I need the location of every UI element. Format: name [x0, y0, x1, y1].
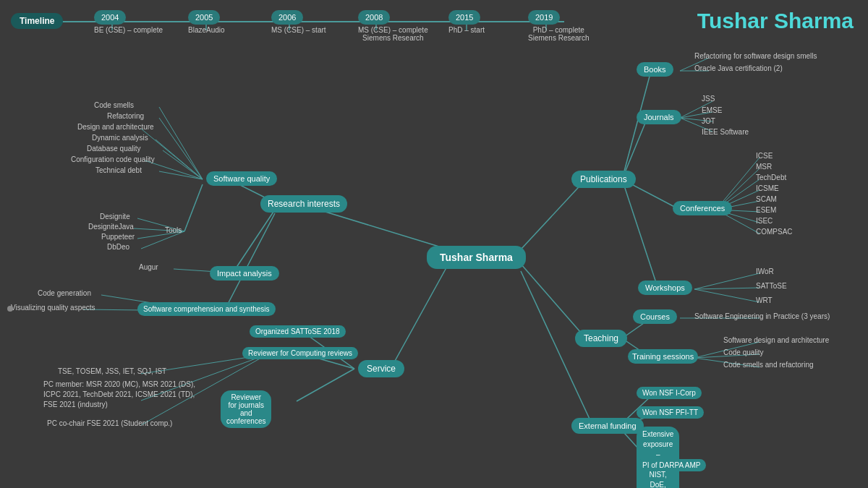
ws-iwor: IWoR — [756, 267, 774, 275]
journal-jot: JOT — [702, 117, 715, 125]
tool-dbdeo: DbDeo — [107, 243, 129, 251]
timeline-2008: 2008 MS (CSE) – complete Siemens Researc… — [358, 10, 428, 42]
svg-line-39 — [622, 179, 658, 289]
timeline-2006: 2006 MS (CSE) – start — [271, 10, 326, 34]
sq-code-smells: Code smells — [94, 101, 134, 109]
svg-line-7 — [318, 210, 448, 249]
sq-design: Design and architecture — [77, 123, 154, 131]
main-title: Tushar Sharma — [697, 9, 854, 33]
sq-dynamic: Dynamic analysis — [92, 134, 148, 142]
ws-wrt: WRT — [756, 296, 773, 304]
journal-ieee: IEEE Software — [702, 128, 749, 136]
svg-line-10 — [521, 264, 586, 338]
conf-icse: ICSE — [756, 152, 773, 160]
journal-jss: JSS — [702, 95, 715, 103]
ia-augur: Augur — [139, 263, 158, 271]
tool-designitejava: DesigniteJava — [88, 223, 134, 231]
train3: Code smells and refactoring — [723, 361, 814, 369]
svg-line-55 — [694, 288, 760, 289]
ws-satose: SATToSE — [756, 282, 787, 290]
conf-isec: ISEC — [756, 217, 773, 225]
svg-line-56 — [694, 289, 760, 302]
sq-db: Database quality — [87, 145, 141, 153]
sc-codegen: Code generation — [38, 289, 91, 297]
journal-emse: EMSE — [702, 106, 722, 114]
svg-line-22 — [184, 184, 203, 231]
svg-line-14 — [224, 213, 275, 311]
sc-visualizing: Visualizing quality aspects — [11, 304, 95, 312]
conf-compsac: COMPSAC — [756, 228, 793, 236]
svg-line-19 — [163, 150, 203, 179]
timeline-2019: 2019 PhD – complete Siemens Research — [528, 10, 589, 42]
svg-line-32 — [297, 369, 354, 401]
book1: Refactoring for software design smells — [694, 52, 817, 60]
sq-config: Configuration code quality — [71, 155, 155, 163]
timeline-2005: 2005 BlazeAudio — [188, 10, 225, 34]
svg-line-17 — [141, 129, 203, 179]
tool-designite: Designite — [100, 213, 130, 221]
train1: Software design and architecture — [723, 336, 829, 344]
svg-line-9 — [521, 179, 586, 249]
timeline-label: Timeline — [11, 13, 63, 29]
svg-line-16 — [159, 118, 203, 179]
service-text2: PC member: MSR 2020 (MC), MSR 2021 (DS),… — [43, 380, 203, 410]
conf-icsme: ICSME — [756, 184, 779, 192]
svg-line-11 — [521, 271, 593, 427]
conf-techdebt: TechDebt — [756, 174, 786, 181]
svg-line-15 — [159, 107, 203, 179]
svg-line-36 — [622, 71, 651, 179]
svg-line-8 — [391, 264, 448, 369]
svg-line-21 — [159, 171, 203, 179]
sq-refactoring: Refactoring — [107, 112, 144, 120]
book2: Oracle Java certification (2) — [694, 64, 783, 72]
conf-msr: MSR — [756, 163, 772, 171]
timeline-2004: 2004 BE (CSE) – complete — [94, 10, 163, 34]
course1: Software Engineering in Practice (3 year… — [694, 312, 830, 320]
conf-esem: ESEM — [756, 206, 776, 214]
sq-debt: Technical debt — [95, 166, 142, 174]
timeline-2015: 2015 PhD – start — [448, 10, 485, 34]
service-text3: PC co-chair FSE 2021 (Student comp.) — [47, 419, 172, 427]
svg-line-13 — [231, 210, 275, 275]
tools-label: Tools — [165, 226, 182, 234]
svg-line-18 — [156, 140, 203, 179]
tool-puppeteer: Puppeteer — [101, 233, 135, 241]
svg-line-54 — [694, 273, 760, 289]
bullet-icon — [7, 306, 13, 312]
train2: Code quality — [723, 348, 764, 356]
conf-scam: SCAM — [756, 195, 777, 203]
service-text1: TSE, TOSEM, JSS, IET, SQJ, IST — [58, 367, 166, 375]
